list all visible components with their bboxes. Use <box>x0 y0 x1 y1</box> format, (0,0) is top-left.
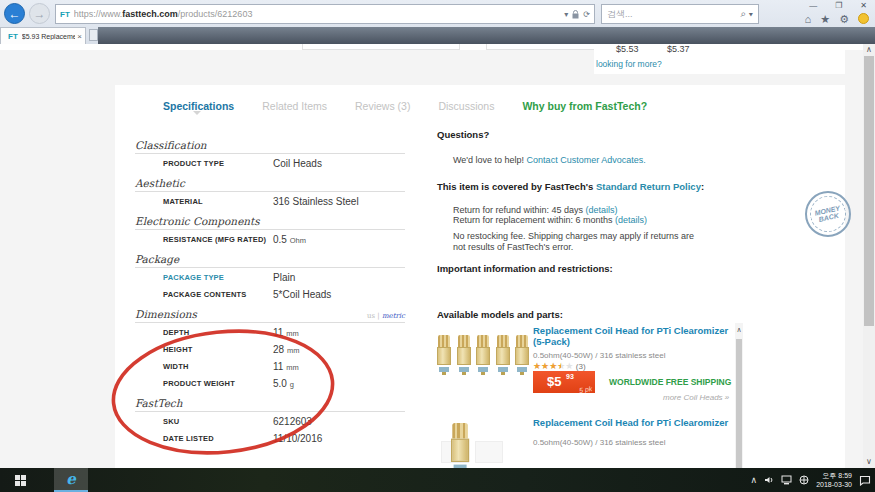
refresh-icon[interactable]: ⟳ <box>583 10 590 19</box>
spec-label-package-type-link[interactable]: PACKAGE TYPE <box>163 272 273 283</box>
replacement-details-link[interactable]: (details) <box>615 215 647 225</box>
screen: ← → FT https://www.fasttech.com/products… <box>0 0 875 492</box>
forward-button[interactable]: → <box>29 3 50 24</box>
spec-value: Coil Heads <box>273 158 322 169</box>
cutoff-button-1[interactable] <box>302 44 460 50</box>
maximize-button[interactable]: ❐ <box>835 1 842 10</box>
main-scrollbar[interactable]: ∧ ∨ <box>863 44 875 468</box>
product-item-1: Replacement Coil Head for PTi Clearomize… <box>437 323 743 411</box>
return-policy-lead: This item is covered by FastTech's Stand… <box>437 181 704 192</box>
url-dropdown-icon[interactable]: ▾ <box>564 10 568 19</box>
product-1-review-count[interactable]: (3) <box>576 362 586 371</box>
section-title-aesthetic: Aesthetic <box>135 171 405 192</box>
price-quantity: 5 pk <box>578 385 592 393</box>
back-button[interactable]: ← <box>4 3 25 24</box>
product-1-image[interactable] <box>437 335 532 377</box>
url-domain: fasttech.com <box>122 9 178 19</box>
site-favicon: FT <box>56 10 74 19</box>
spec-label: PACKAGE CONTENTS <box>163 289 273 300</box>
models-panel-scrollbar[interactable]: ∧ <box>735 323 743 468</box>
price-peek-panel: $5.53 $5.37 looking for more? <box>594 44 845 74</box>
spec-value: 11 mm <box>273 361 299 372</box>
more-coil-heads-link[interactable]: more Coil Heads » <box>663 393 729 402</box>
page-tab-nav: Specifications Related Items Reviews (3)… <box>163 100 647 112</box>
tab-discussions[interactable]: Discussions <box>438 100 494 112</box>
return-policy-colon: : <box>701 181 704 192</box>
spec-row: SKU 6212603 <box>135 412 405 429</box>
taskbar-ie-button[interactable]: e <box>54 468 88 492</box>
spec-row: RESISTANCE (MFG RATED) 0.5 Ohm <box>135 230 405 247</box>
peek-price-b: $5.37 <box>667 44 690 54</box>
tab-related-items[interactable]: Related Items <box>262 100 327 112</box>
refund-details-link[interactable]: (details) <box>586 205 618 215</box>
models-scrollbar-thumb[interactable] <box>736 339 742 468</box>
search-input[interactable]: 검색... ⌕ ▾ <box>601 4 759 24</box>
spec-value: 5.0 g <box>273 378 294 389</box>
spec-value: 0.5 Ohm <box>273 234 306 245</box>
specifications-list: Classification PRODUCT TYPE Coil Heads A… <box>135 133 405 446</box>
spec-value: Plain <box>273 272 295 283</box>
ime-globe-icon[interactable] <box>799 475 809 485</box>
minimize-button[interactable]: — <box>809 1 817 10</box>
contact-customer-advocates-link[interactable]: Contact Customer Advocates. <box>527 155 646 165</box>
start-button[interactable] <box>0 468 40 492</box>
tray-expand-icon[interactable]: ∧ <box>751 475 758 485</box>
taskbar-clock[interactable]: 오후 8:59 2018-03-30 <box>816 471 852 490</box>
scroll-up-icon[interactable]: ∧ <box>735 325 743 335</box>
tab-specifications[interactable]: Specifications <box>163 100 234 112</box>
network-icon[interactable] <box>781 475 792 485</box>
new-tab-button[interactable] <box>89 29 98 41</box>
clock-date: 2018-03-30 <box>816 480 852 489</box>
spec-value: 28 mm <box>273 344 299 355</box>
settings-gear-icon[interactable]: ⚙ <box>839 13 849 26</box>
product-1-description: 0.5ohm(40-50W) / 316 stainless steel <box>533 351 738 360</box>
tab-reviews[interactable]: Reviews (3) <box>355 100 410 112</box>
price-dollars: $5 <box>547 374 561 389</box>
search-icon[interactable]: ⌕ <box>740 8 746 19</box>
spec-value-number: 0.5 <box>273 234 287 245</box>
feedback-smiley-icon[interactable] <box>858 13 869 24</box>
spec-row: DEPTH 11 mm <box>135 323 405 340</box>
section-title-electronic-components: Electronic Components <box>135 209 405 230</box>
action-center-icon[interactable] <box>859 475 871 486</box>
spec-label: MATERIAL <box>163 196 273 207</box>
section-title-fasttech: FastTech <box>135 391 405 412</box>
peek-price-a: $5.53 <box>616 44 639 54</box>
favorites-icon[interactable]: ★ <box>820 13 830 26</box>
url-bar[interactable]: FT https://www.fasttech.com/products/621… <box>55 4 595 24</box>
product-2-title-link[interactable]: Replacement Coil Head for PTi Clearomize… <box>533 417 738 428</box>
unit-us-link[interactable]: us <box>367 312 375 320</box>
tab-why-buy[interactable]: Why buy from FastTech? <box>522 100 647 112</box>
tab-close-icon[interactable]: × <box>75 32 82 41</box>
standard-return-policy-link[interactable]: Standard Return Policy <box>596 181 701 192</box>
volume-icon[interactable] <box>764 475 774 485</box>
product-2-description: 0.5ohm(40-50W) / 316 stainless steel <box>533 438 738 447</box>
spec-row: PRODUCT TYPE Coil Heads <box>135 154 405 171</box>
tab-favicon: FT <box>4 32 22 41</box>
refund-line-text: Return for refund within: 45 days <box>453 205 586 215</box>
product-2-image[interactable] <box>451 423 468 465</box>
close-button[interactable]: ✕ <box>860 1 867 10</box>
return-policy-lead-text: This item is covered by FastTech's <box>437 181 596 192</box>
questions-title: Questions? <box>437 129 489 140</box>
spec-value-number: 11 <box>273 327 283 338</box>
search-dropdown-icon[interactable]: ▾ <box>749 8 753 19</box>
windows-logo-icon <box>15 475 26 486</box>
main-scrollbar-thumb[interactable] <box>864 56 874 326</box>
product-1-title-link[interactable]: Replacement Coil Head for PTi Clearomize… <box>533 325 738 348</box>
spec-row: MATERIAL 316 Stainless Steel <box>135 192 405 209</box>
looking-for-more-link[interactable]: looking for more? <box>596 59 662 69</box>
browser-tab[interactable]: FT $5.93 Replacement Coil H... × <box>0 27 86 44</box>
main-scroll-down-icon[interactable]: ∨ <box>863 456 875 468</box>
models-panel: Replacement Coil Head for PTi Clearomize… <box>437 323 743 468</box>
unit-metric-link[interactable]: metric <box>382 312 405 320</box>
product-1-price-badge[interactable]: $5935 pk <box>533 371 595 393</box>
product-item-2: Replacement Coil Head for PTi Clearomize… <box>437 415 743 468</box>
available-models-title: Available models and parts: <box>437 309 563 320</box>
main-scroll-up-icon[interactable]: ∧ <box>863 44 875 56</box>
spec-label: DATE LISTED <box>163 433 273 444</box>
home-icon[interactable]: ⌂ <box>805 13 812 26</box>
questions-text: We'd love to help! Contact Customer Advo… <box>453 155 646 165</box>
tab-title: $5.93 Replacement Coil H... <box>22 33 76 40</box>
spec-value: 5*Coil Heads <box>273 289 331 300</box>
